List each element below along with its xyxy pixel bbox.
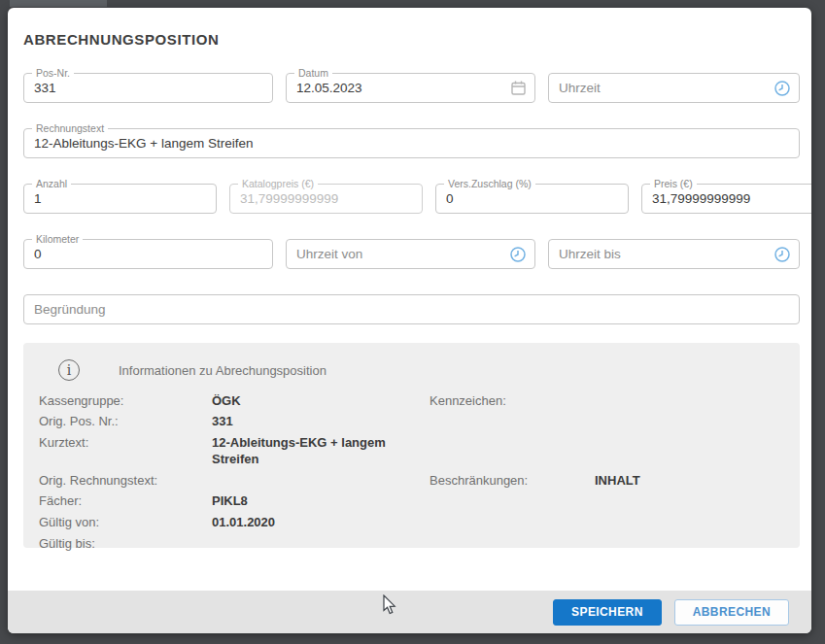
info-label <box>430 433 595 470</box>
info-value: 01.01.2020 <box>212 513 430 534</box>
info-label: Gültig von: <box>39 513 212 534</box>
info-panel: i Informationen zu Abrechungsposition Ka… <box>23 343 800 548</box>
vers-zuschlag-label: Vers.Zuschlag (%) <box>444 178 535 189</box>
kilometer-field[interactable]: Kilometer <box>23 239 273 269</box>
info-label: Beschränkungen: <box>430 470 595 491</box>
info-label: Kurztext: <box>39 433 212 470</box>
info-label: Kassengruppe: <box>39 390 212 412</box>
preis-input[interactable] <box>642 191 811 206</box>
info-value <box>595 412 784 433</box>
datum-label: Datum <box>294 67 332 79</box>
info-value <box>212 534 430 556</box>
info-label <box>430 412 595 433</box>
pos-nr-label: Pos-Nr. <box>32 67 74 79</box>
row-5 <box>23 294 800 324</box>
datum-input[interactable] <box>287 81 510 95</box>
anzahl-field[interactable]: Anzahl <box>23 184 217 214</box>
dialog-title: ABRECHNUNGSPOSITION <box>23 31 800 48</box>
info-value <box>212 470 430 491</box>
kilometer-input[interactable] <box>24 247 272 261</box>
uhrzeit-field[interactable] <box>548 73 800 103</box>
uhrzeit-bis-input[interactable] <box>549 247 773 261</box>
pos-nr-input[interactable] <box>24 81 272 95</box>
clock-icon[interactable] <box>509 246 527 263</box>
abbrechen-button[interactable]: ABBRECHEN <box>674 599 789 626</box>
row-1: Pos-Nr. Datum <box>23 73 800 103</box>
kilometer-label: Kilometer <box>32 233 83 245</box>
info-label: Gültig bis: <box>39 534 212 556</box>
abrechnungsposition-dialog: ABRECHNUNGSPOSITION Pos-Nr. Datum <box>8 8 811 633</box>
preis-field[interactable]: Preis (€) <box>641 184 811 214</box>
uhrzeit-von-field[interactable] <box>286 239 535 269</box>
anzahl-input[interactable] <box>24 191 216 206</box>
vers-zuschlag-field[interactable]: Vers.Zuschlag (%) <box>435 184 629 214</box>
katalogpreis-input <box>230 191 422 206</box>
speichern-button[interactable]: SPEICHERN <box>553 599 662 626</box>
preis-label: Preis (€) <box>650 178 697 189</box>
info-label: Orig. Rechnungstext: <box>39 470 212 491</box>
rechnungstext-input[interactable] <box>24 136 799 151</box>
uhrzeit-bis-field[interactable] <box>548 239 800 269</box>
clock-icon[interactable] <box>773 80 791 97</box>
uhrzeit-input[interactable] <box>549 81 773 95</box>
info-icon: i <box>58 359 80 381</box>
dialog-footer: SPEICHERN ABBRECHEN <box>8 591 811 633</box>
pos-nr-field[interactable]: Pos-Nr. <box>23 73 273 103</box>
rechnungstext-label: Rechnungstext <box>32 122 108 134</box>
window-edge-tab <box>10 0 107 7</box>
info-label: Kennzeichen: <box>430 390 595 412</box>
info-value <box>595 433 784 470</box>
row-3: Anzahl Katalogpreis (€) Vers.Zuschlag (%… <box>23 184 800 214</box>
info-label: Orig. Pos. Nr.: <box>39 412 212 433</box>
info-value: ÖGK <box>212 390 430 412</box>
info-value: INHALT <box>595 470 784 491</box>
info-value <box>595 491 784 513</box>
datum-field[interactable]: Datum <box>286 73 535 103</box>
anzahl-label: Anzahl <box>32 178 71 189</box>
calendar-icon[interactable] <box>510 80 527 96</box>
info-value: 12-Ableitungs-EKG + langem Streifen <box>212 433 430 470</box>
row-4: Kilometer <box>23 239 800 269</box>
begruendung-field[interactable] <box>23 294 800 324</box>
info-value: 331 <box>212 412 430 433</box>
info-grid: Kassengruppe: ÖGK Kennzeichen: Orig. Pos… <box>39 390 784 555</box>
info-value <box>595 534 784 556</box>
begruendung-input[interactable] <box>24 302 799 317</box>
info-panel-header: i Informationen zu Abrechungsposition <box>58 359 784 381</box>
info-label <box>430 534 595 556</box>
clock-icon[interactable] <box>773 246 791 263</box>
info-label: Fächer: <box>39 491 212 513</box>
info-label <box>430 513 595 534</box>
katalogpreis-field: Katalogpreis (€) <box>229 184 423 214</box>
katalogpreis-label: Katalogpreis (€) <box>238 178 318 189</box>
rechnungstext-field[interactable]: Rechnungstext <box>23 128 800 158</box>
info-value: PIKL8 <box>212 491 430 513</box>
info-label <box>430 491 595 513</box>
vers-zuschlag-input[interactable] <box>436 191 628 206</box>
info-value <box>595 390 784 412</box>
row-2: Rechnungstext <box>23 128 800 158</box>
info-value <box>595 513 784 534</box>
uhrzeit-von-input[interactable] <box>287 247 509 261</box>
info-panel-title: Informationen zu Abrechungsposition <box>119 363 327 378</box>
